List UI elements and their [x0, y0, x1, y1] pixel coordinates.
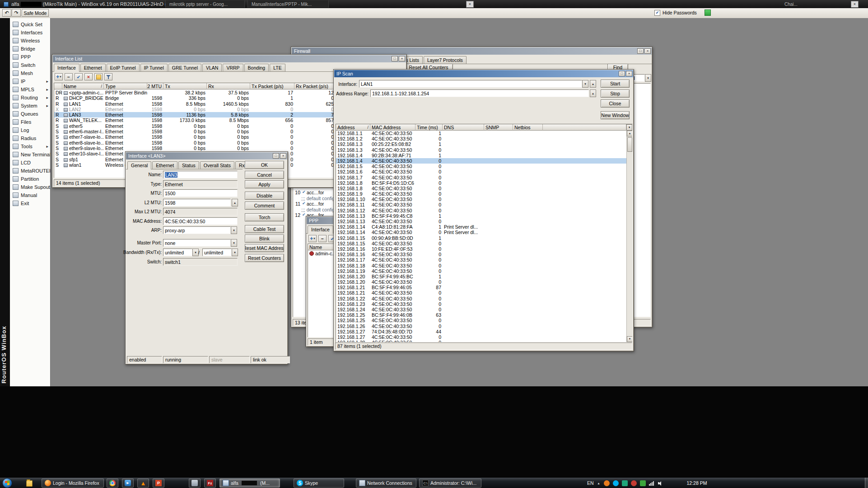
maximize-button[interactable]: □	[619, 71, 625, 76]
start-button[interactable]	[2, 478, 12, 488]
blink-button[interactable]: Blink	[245, 235, 284, 243]
column-header-dns[interactable]: DNS	[443, 124, 484, 131]
sidebar-item-queues[interactable]: Queues	[10, 110, 50, 118]
tray-icon-2[interactable]	[622, 480, 628, 486]
interface-combo[interactable]: LAN1	[359, 80, 582, 88]
scan-row[interactable]: 192.168.1.114C:5E:0C:40:33:500	[336, 202, 626, 207]
scan-row[interactable]: 192.168.1.244C:5E:0C:40:33:500	[336, 307, 626, 312]
ip-scan-titlebar[interactable]: IP Scan □ ×	[334, 70, 633, 77]
remove-button[interactable]: −	[65, 73, 73, 80]
scan-row[interactable]: 192.168.1.174C:5E:0C:40:33:500	[336, 257, 626, 263]
interface-list-tab-lte[interactable]: LTE	[270, 64, 285, 71]
undo-button[interactable]: ↶	[2, 9, 11, 17]
column-header-address[interactable]: Address/	[336, 124, 370, 131]
scan-row[interactable]: 192.168.1.144C:5E:0C:40:33:500Print Serv…	[336, 230, 626, 235]
interface-list-titlebar[interactable]: Interface List □ ×	[53, 55, 406, 62]
ppp-tab-interface[interactable]: Interface	[308, 225, 333, 234]
scan-row[interactable]: 192.168.1.1500:90:A9:BB:5D:0D1	[336, 235, 626, 241]
disable-button[interactable]: Disable	[245, 192, 284, 200]
taskbar-button-firefox[interactable]: Login - Mozilla Firefox	[42, 479, 104, 488]
scan-row[interactable]: 192.168.1.54C:5E:0C:40:33:500	[336, 164, 626, 169]
sidebar-item-metarouter[interactable]: MetaROUTER	[10, 167, 50, 175]
l2-mtu-up-button[interactable]: ▴	[232, 199, 238, 206]
sidebar-item-lcd[interactable]: LCD	[10, 159, 50, 167]
arp-dropdown-button[interactable]: ▾	[231, 226, 237, 234]
filter-dropdown-button[interactable]: ▾	[626, 124, 632, 131]
interface-list-tab-gre-tunnel[interactable]: GRE Tunnel	[168, 64, 201, 71]
new-window-button[interactable]: New Window	[601, 111, 630, 119]
column-header-l2-mtu[interactable]: L2 MTU	[147, 83, 163, 89]
clock[interactable]: 12:28 PM	[682, 478, 712, 488]
scrollbar-thumb[interactable]	[627, 137, 632, 152]
column-header-tx[interactable]: Tx	[163, 83, 207, 89]
interface-list-tab-vlan[interactable]: VLAN	[202, 64, 222, 71]
scan-row[interactable]: 192.168.1.34C:5E:0C:40:33:500	[336, 147, 626, 153]
interface-list-tab-ethernet[interactable]: Ethernet	[80, 64, 106, 71]
scan-row[interactable]: 192.168.1.490:2B:34:38:AF:711	[336, 153, 626, 158]
filter-dropdown-button[interactable]: ▾	[645, 74, 651, 82]
scan-row[interactable]: 192.168.1.224C:5E:0C:40:33:500	[336, 296, 626, 301]
arp-field[interactable]: proxy-arp	[163, 226, 231, 234]
cable-test-button[interactable]: Cable Test	[245, 225, 284, 233]
antivirus-tray-icon[interactable]	[640, 480, 646, 486]
ok-button[interactable]: OK	[245, 161, 284, 169]
sidebar-item-ip[interactable]: IP▸	[10, 77, 50, 85]
comment-button[interactable]: Comment	[245, 202, 284, 210]
scan-row[interactable]: 192.168.1.184C:5E:0C:40:33:500	[336, 263, 626, 268]
scan-row[interactable]: 192.168.1.24C:5E:0C:40:33:500	[336, 136, 626, 141]
column-header-name[interactable]: Name/	[62, 83, 104, 89]
show-desktop-button[interactable]	[865, 478, 868, 488]
scan-row[interactable]: 192.168.1.21BC:5F:F4:99:46:0587	[336, 285, 626, 290]
maximize-button[interactable]: □	[273, 153, 279, 159]
scan-row[interactable]: 192.168.1.204C:5E:0C:40:33:500	[336, 279, 626, 285]
stop-button[interactable]: Stop	[601, 89, 630, 98]
apply-button[interactable]: Apply	[245, 180, 284, 188]
scan-row[interactable]: 192.168.1.84C:5E:0C:40:33:500	[336, 186, 626, 191]
taskbar-button-media[interactable]	[122, 479, 134, 488]
sidebar-item-manual[interactable]: Manual	[10, 191, 50, 199]
sidebar-item-log[interactable]: Log	[10, 126, 50, 134]
sidebar-item-interfaces[interactable]: Interfaces	[10, 28, 50, 37]
sidebar-item-mpls[interactable]: MPLS▸	[10, 85, 50, 94]
taskbar-button-winbox[interactable]: alfa (M...	[219, 479, 280, 488]
disable-button[interactable]: ×	[84, 73, 93, 80]
interface-dropdown-button[interactable]: ▾	[582, 80, 588, 88]
scroll-down-button[interactable]: ▼	[627, 336, 633, 342]
taskbar-button-chrome[interactable]	[107, 479, 118, 488]
taskbar-button-network-connections[interactable]: Network Connections	[356, 479, 416, 488]
language-indicator[interactable]: EN	[587, 480, 594, 486]
sidebar-item-exit[interactable]: Exit	[10, 199, 50, 207]
close-button[interactable]: ×	[280, 153, 286, 159]
name-field[interactable]: LAN3	[163, 171, 238, 178]
scan-row[interactable]: 192.168.1.154C:5E:0C:40:33:500	[336, 241, 626, 246]
column-header-netbios[interactable]: Netbios	[513, 124, 543, 131]
scan-row[interactable]: 192.168.1.13BC:5F:F4:99:45:C81	[336, 213, 626, 219]
taskbar-button-vlc[interactable]	[137, 479, 149, 488]
taskbar-button-cmd[interactable]: Administrator: C:\Wi...	[419, 479, 481, 488]
cancel-button[interactable]: Cancel	[245, 171, 284, 179]
interface-list-tab-interface[interactable]: Interface	[54, 64, 79, 72]
scan-row[interactable]: 192.168.1.1610:FE:ED:4F:0F:530	[336, 246, 626, 252]
scan-row[interactable]: 192.168.1.134C:5E:0C:40:33:500	[336, 219, 626, 224]
reset-counters-button[interactable]: Reset Counters	[245, 254, 284, 262]
hidden-icons-button[interactable]	[597, 480, 601, 486]
bandwidth-rx-tx-field[interactable]: unlimited	[202, 249, 232, 256]
enable-button[interactable]: ✔	[75, 73, 83, 80]
network-tray-icon[interactable]	[649, 481, 654, 486]
sidebar-item-mesh[interactable]: Mesh	[10, 69, 50, 77]
scrollbar[interactable]: ▲ ▼	[626, 131, 632, 342]
torch-button[interactable]: Torch	[245, 213, 284, 221]
scan-row[interactable]: 192.168.1.194C:5E:0C:40:33:500	[336, 268, 626, 274]
tab-close-icon[interactable]: ×	[466, 1, 474, 8]
sidebar-item-wireless[interactable]: Wireless	[10, 37, 50, 45]
sidebar-item-bridge[interactable]: Bridge	[10, 45, 50, 53]
interface-list-tab-bonding[interactable]: Bonding	[244, 64, 269, 71]
close-button[interactable]: ×	[626, 71, 632, 76]
scan-row[interactable]: 192.168.1.44C:5E:0C:40:33:500	[336, 158, 626, 164]
sidebar-item-routing[interactable]: Routing▸	[10, 94, 50, 102]
close-button[interactable]: ×	[644, 48, 651, 54]
interface-list-tab-eoip-tunnel[interactable]: EoIP Tunnel	[107, 64, 140, 71]
scan-row[interactable]: 192.168.1.264C:5E:0C:40:33:500	[336, 324, 626, 329]
scroll-up-button[interactable]: ▲	[627, 131, 633, 136]
address-range-field[interactable]: 192.168.1.1-192.168.1.254	[370, 89, 589, 97]
